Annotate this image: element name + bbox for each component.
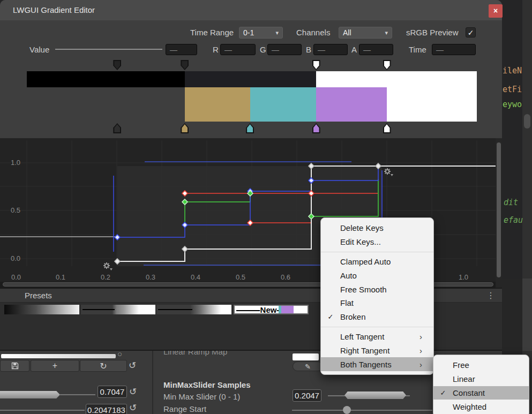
x-axis-label: 0.2: [96, 273, 115, 281]
x-axis-label: 0.4: [186, 273, 205, 281]
sample-value-field[interactable]: 0.7047: [98, 386, 127, 398]
menu-item-constant[interactable]: ✓Constant: [433, 386, 529, 400]
minmax-value-field[interactable]: 0.2047: [293, 389, 321, 402]
ramp-swatch[interactable]: [293, 353, 319, 360]
save-preset-button[interactable]: [0, 360, 29, 372]
color-key-marker[interactable]: [113, 123, 121, 133]
time-label: Time: [409, 45, 426, 54]
new-preset-label: New: [260, 305, 277, 314]
gradient-strip[interactable]: [27, 71, 477, 122]
range-start-label: Range Start: [163, 404, 206, 413]
value-field[interactable]: —: [166, 44, 197, 55]
menu-item-right-tangent[interactable]: Right Tangent›: [321, 343, 433, 357]
x-axis-label: 1.0: [454, 273, 473, 281]
second-value-field[interactable]: 0.2047183: [86, 404, 127, 414]
color-key-marker[interactable]: [312, 123, 320, 133]
preset-swatch[interactable]: [81, 305, 155, 314]
title-bar[interactable]: LWGUI Gradient Editor ×: [0, 0, 502, 20]
menu-item-label: Broken: [340, 312, 419, 321]
preset-swatch[interactable]: [4, 305, 79, 314]
code-text-fragment: eywo: [503, 100, 522, 109]
menu-item-free-smooth[interactable]: Free Smooth: [321, 282, 433, 296]
curve-options-gear-icon[interactable]: [384, 168, 393, 176]
channels-dropdown[interactable]: All ▾: [339, 27, 392, 39]
refresh-button[interactable]: ↻: [80, 360, 127, 372]
save-icon: [11, 362, 19, 370]
background-code-editor: ileNetFieywoditefau: [502, 0, 532, 414]
vscroll-thumb[interactable]: [497, 142, 501, 277]
minmax-header: MinMaxSlider Samples: [163, 380, 251, 389]
undo-icon[interactable]: ↺: [129, 403, 137, 412]
g-field[interactable]: —: [267, 44, 302, 55]
marker-fill: [114, 61, 120, 69]
menu-item-clamped-auto[interactable]: Clamped Auto: [321, 255, 433, 269]
marker-fill: [313, 124, 319, 132]
menu-item-delete-keys[interactable]: Delete Keys: [321, 221, 433, 235]
menu-item-weighted[interactable]: Weighted: [433, 400, 529, 413]
time-field[interactable]: —: [432, 44, 476, 55]
menu-item-linear[interactable]: Linear: [433, 372, 529, 386]
minmax-label: Min Max Slider (0 - 1): [163, 392, 240, 401]
menu-item-left-tangent[interactable]: Left Tangent›: [321, 330, 433, 344]
alpha-marker-row: [27, 60, 477, 70]
menu-item-label: Free Smooth: [340, 285, 419, 294]
srgb-preview-label: sRGB Preview: [406, 28, 459, 37]
a-field[interactable]: —: [359, 44, 393, 55]
chevron-down-icon: ▾: [275, 29, 279, 36]
preset-swatch[interactable]: New: [234, 305, 309, 314]
value-slider[interactable]: [55, 49, 162, 50]
window-title: LWGUI Gradient Editor: [13, 0, 95, 20]
add-preset-button[interactable]: +: [31, 360, 79, 372]
menu-item-auto[interactable]: Auto: [321, 268, 433, 282]
marker-fill: [114, 124, 120, 132]
alpha-key-marker[interactable]: [312, 60, 320, 70]
channels-value: All: [343, 28, 351, 37]
marker-fill: [384, 61, 390, 69]
preset-swatch[interactable]: [156, 305, 231, 314]
sample-slider-track[interactable]: [60, 394, 95, 395]
range-start-track[interactable]: [292, 410, 432, 411]
x-axis-label: 0.3: [141, 273, 160, 281]
menu-item-broken[interactable]: ✓Broken: [321, 310, 433, 324]
undo-icon[interactable]: ↺: [129, 387, 137, 396]
menu-item-free[interactable]: Free: [433, 358, 529, 372]
second-slider-track[interactable]: [0, 410, 85, 411]
b-label: B: [306, 45, 311, 54]
alpha-key-marker[interactable]: [383, 60, 391, 70]
strip-segment: [185, 71, 316, 87]
b-field[interactable]: —: [313, 44, 348, 55]
kebab-menu-icon[interactable]: ⋮: [486, 290, 495, 300]
code-text-fragment: etFi: [503, 85, 522, 94]
alpha-key-marker[interactable]: [181, 60, 189, 70]
editor-minimap-gutter[interactable]: [522, 0, 532, 414]
undo-icon[interactable]: ↺: [129, 361, 136, 370]
color-key-marker[interactable]: [181, 123, 189, 133]
gradient-strip-alpha: [27, 71, 477, 87]
menu-item-label: Weighted: [453, 402, 515, 411]
white-ramp-bar[interactable]: [1, 354, 116, 358]
edit-ramp-button[interactable]: ✎: [293, 362, 323, 371]
r-field[interactable]: —: [220, 44, 256, 55]
menu-item-flat[interactable]: Flat: [321, 296, 433, 310]
menu-item-label: Both Tangents: [340, 360, 419, 369]
gutter-thumb[interactable]: [524, 114, 530, 129]
range-start-handle[interactable]: [343, 406, 351, 414]
curve-vscrollbar[interactable]: [496, 138, 502, 288]
gradient-line: [83, 309, 115, 310]
minmax-range-fill[interactable]: [344, 392, 406, 399]
time-range-dropdown[interactable]: 0-1 ▾: [239, 27, 283, 39]
menu-item-edit-keys[interactable]: Edit Keys...: [321, 235, 433, 249]
tangent-submenu: FreeLinear✓ConstantWeighted: [433, 355, 529, 414]
marker-fill: [313, 61, 319, 69]
alpha-key-marker[interactable]: [113, 60, 121, 70]
color-key-marker[interactable]: [246, 123, 254, 133]
menu-separator: [321, 327, 433, 327]
sample-slider-fill[interactable]: [0, 391, 60, 398]
x-axis-label: 0.5: [231, 273, 250, 281]
curve-options-gear-icon[interactable]: [103, 262, 113, 270]
srgb-preview-checkbox[interactable]: ✓: [466, 27, 476, 37]
menu-item-both-tangents[interactable]: Both Tangents›: [321, 357, 433, 371]
close-button[interactable]: ×: [489, 4, 503, 18]
color-key-marker[interactable]: [383, 123, 391, 133]
color-marker-row: [27, 123, 477, 134]
